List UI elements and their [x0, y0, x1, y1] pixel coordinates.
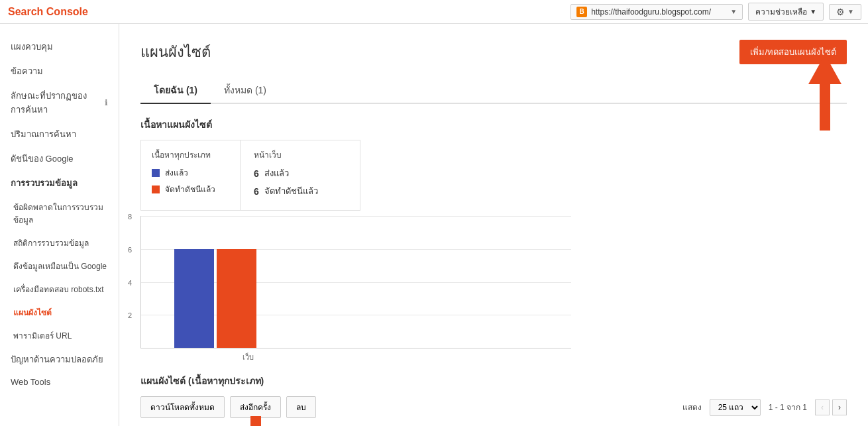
url-chevron-icon: ▼ — [730, 8, 737, 15]
main-content: แผนผังไซต์ เพิ่ม/ทดสอบแผนผังไซต์ โดยฉัน … — [119, 24, 868, 426]
blue-dot — [152, 169, 160, 177]
sidebar-section-crawl: การรวบรวมข้อมูล — [0, 171, 119, 195]
sitemap-content-section: เนื้อหาแผนผังไซต์ เนื้อหาทุกประเภท ส่งแล… — [140, 117, 847, 363]
sidebar-label: แผงควบคุม — [11, 40, 53, 54]
table-pagination: แสดง 25 แถว 10 แถว 50 แถว 1 - 1 จาก 1 ‹ … — [682, 399, 847, 416]
legend-right-indexed: 6 จัดทำดัชนีแล้ว — [254, 184, 347, 198]
sidebar-item-url-params[interactable]: พารามิเตอร์ URL — [0, 324, 119, 347]
help-chevron-icon: ▼ — [810, 8, 816, 15]
legend-left: เนื้อหาทุกประเภท ส่งแล้ว จัดทำดัชนีแล้ว — [141, 140, 241, 210]
url-text: https://thaifoodguru.blogspot.com/ — [591, 7, 726, 17]
add-sitemap-button[interactable]: เพิ่ม/ทดสอบแผนผังไซต์ — [739, 40, 847, 64]
sidebar-label: ปริมาณการค้นหา — [11, 127, 76, 141]
sidebar-label: ปัญหาด้านความปลอดภัย — [11, 352, 103, 366]
sidebar-label: Web Tools — [11, 377, 50, 387]
pagination-nav: ‹ › — [815, 399, 847, 415]
bar-blue — [174, 249, 214, 348]
indexed-count: 6 — [254, 186, 259, 197]
sidebar-item-web-tools[interactable]: Web Tools — [0, 372, 119, 392]
bar-chart: 8 6 4 2 — [140, 216, 571, 348]
legend-right: หน้าเว็บ 6 ส่งแล้ว 6 จัดทำดัชนีแล้ว — [241, 140, 360, 210]
blogger-icon: B — [576, 7, 587, 17]
settings-button[interactable]: ⚙ ▼ — [829, 4, 861, 20]
pagination-range: 1 - 1 จาก 1 — [769, 401, 807, 413]
download-all-button[interactable]: ดาวน์โหลดทั้งหมด — [140, 396, 225, 418]
legend-left-title: เนื้อหาทุกประเภท — [152, 148, 229, 161]
sidebar-item-dashboard[interactable]: แผงควบคุม — [0, 34, 119, 59]
sidebar-item-crawl-errors[interactable]: ข้อผิดพลาดในการรวบรวมข้อมูล — [0, 195, 119, 231]
sidebar-label: แผนผังไซต์ — [13, 306, 52, 319]
help-button[interactable]: ความช่วยเหลือ ▼ — [748, 3, 824, 21]
sidebar-item-google-index[interactable]: ดัชนีของ Google — [0, 146, 119, 171]
tab-mine[interactable]: โดยฉัน (1) — [140, 78, 211, 104]
tabs: โดยฉัน (1) ทั้งหมด (1) — [140, 78, 847, 104]
show-label: แสดง — [682, 401, 702, 413]
prev-page-button[interactable]: ‹ — [815, 399, 830, 415]
sidebar-item-robots-tester[interactable]: เครื่องมือทดสอบ robots.txt — [0, 278, 119, 301]
bar-red — [217, 249, 256, 348]
page-title: แผนผังไซต์ — [140, 40, 211, 64]
legend-item-indexed: จัดทำดัชนีแล้ว — [152, 183, 229, 195]
sidebar-item-search-traffic[interactable]: ปริมาณการค้นหา — [0, 122, 119, 146]
table-section: แผนผังไซต์ (เนื้อหาทุกประเภท) ดาวน์โหลดท… — [140, 374, 847, 426]
per-page-select[interactable]: 25 แถว 10 แถว 50 แถว — [710, 399, 761, 416]
sidebar-label: ข้อผิดพลาดในการรวบรวมข้อมูล — [13, 201, 108, 226]
resubmit-button[interactable]: ส่งอีกครั้ง — [230, 396, 281, 418]
sidebar-label: สถิติการรวบรวมข้อมูล — [13, 237, 89, 249]
next-page-button[interactable]: › — [832, 399, 847, 415]
gear-icon: ⚙ — [836, 7, 845, 17]
logo: Search Console — [0, 0, 119, 24]
sidebar-label: พารามิเตอร์ URL — [13, 329, 72, 342]
sidebar-item-search-appearance[interactable]: ลักษณะที่ปรากฏของการค้นหา ℹ — [0, 83, 119, 122]
sidebar-label: ลักษณะที่ปรากฏของการค้นหา — [11, 89, 99, 117]
tab-all[interactable]: ทั้งหมด (1) — [211, 78, 280, 104]
help-label: ความช่วยเหลือ — [755, 5, 807, 18]
legend-item-submitted: ส่งแล้ว — [152, 166, 229, 179]
legend-right-submitted: 6 ส่งแล้ว — [254, 166, 347, 180]
sidebar-item-crawl-stats[interactable]: สถิติการรวบรวมข้อมูล — [0, 231, 119, 254]
indexed-label: จัดทำดัชนีแล้ว — [264, 184, 318, 198]
delete-button[interactable]: ลบ — [286, 396, 316, 418]
table-actions: ดาวน์โหลดทั้งหมด ส่งอีกครั้ง ลบ — [140, 396, 316, 418]
sidebar-label: ดึงข้อมูลเหมือนเป็น Google — [13, 260, 107, 272]
x-label-web: เว็บ — [207, 351, 289, 363]
red-dot — [152, 186, 160, 193]
legend-right-title: หน้าเว็บ — [254, 148, 347, 161]
sidebar-item-security[interactable]: ปัญหาด้านความปลอดภัย — [0, 347, 119, 372]
sidebar-label: ดัชนีของ Google — [11, 152, 74, 166]
url-bar[interactable]: B https://thaifoodguru.blogspot.com/ ▼ — [570, 4, 743, 20]
sidebar-label: เครื่องมือทดสอบ robots.txt — [13, 283, 104, 295]
sidebar: แผงควบคุม ข้อความ ลักษณะที่ปรากฏของการค้… — [0, 24, 119, 426]
chart-x-labels: เว็บ — [140, 351, 847, 363]
sidebar-item-fetch-google[interactable]: ดึงข้อมูลเหมือนเป็น Google — [0, 254, 119, 278]
section-title: เนื้อหาแผนผังไซต์ — [140, 117, 847, 132]
sidebar-label: ข้อความ — [11, 64, 43, 78]
submitted-label: ส่งแล้ว — [264, 166, 289, 180]
sidebar-item-messages[interactable]: ข้อความ — [0, 59, 119, 83]
settings-chevron-icon: ▼ — [847, 8, 854, 15]
info-icon: ℹ — [105, 98, 108, 107]
table-section-title: แผนผังไซต์ (เนื้อหาทุกประเภท) — [140, 374, 847, 388]
section-label: การรวบรวมข้อมูล — [11, 176, 78, 190]
legend-label: ส่งแล้ว — [165, 166, 188, 179]
submitted-count: 6 — [254, 168, 259, 179]
legend-box: เนื้อหาทุกประเภท ส่งแล้ว จัดทำดัชนีแล้ว … — [140, 140, 360, 211]
sidebar-item-sitemaps[interactable]: แผนผังไซต์ — [0, 301, 119, 324]
legend-label: จัดทำดัชนีแล้ว — [165, 183, 215, 195]
